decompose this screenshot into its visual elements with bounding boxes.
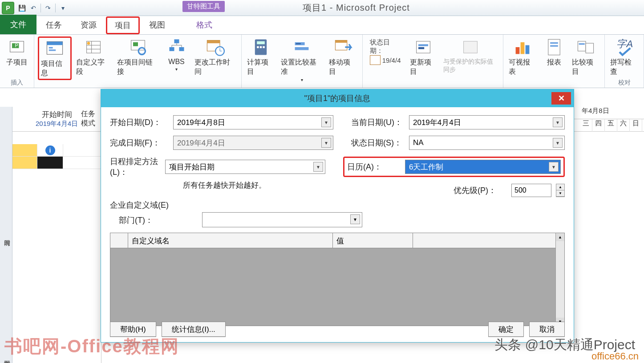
- update-project-icon: [413, 37, 433, 57]
- vertical-tab-timeline[interactable]: 时间表: [0, 107, 12, 363]
- chevron-down-icon[interactable]: ▼: [553, 117, 563, 127]
- status-date-value: NA: [413, 138, 424, 147]
- spin-up-icon[interactable]: ▲: [556, 184, 564, 190]
- wbs-button[interactable]: WBS▾: [163, 36, 190, 73]
- finish-date-combo: 2019年4月4日 ▼: [173, 136, 333, 150]
- change-worktime-label: 更改工作时间: [194, 58, 236, 77]
- chevron-down-icon[interactable]: ▼: [553, 138, 563, 148]
- move-project-label: 移动项目: [329, 58, 357, 77]
- schedule-from-label: 日程排定方法(L)：: [110, 156, 161, 177]
- sync-protected-button[interactable]: 与受保护的实际值同步: [441, 36, 499, 75]
- priority-input[interactable]: [511, 184, 551, 197]
- update-project-label: 更新项目: [410, 58, 437, 77]
- calendar-value: 6天工作制: [409, 162, 443, 172]
- project-info-label: 项目信息: [41, 59, 69, 78]
- tab-file[interactable]: 文件: [0, 15, 36, 34]
- link-projects-label: 在项目间链接: [117, 58, 158, 77]
- visual-reports-button[interactable]: 可视报表: [507, 36, 538, 77]
- svg-rect-43: [525, 45, 529, 54]
- info-icon: i: [45, 145, 55, 155]
- cancel-button[interactable]: 取消: [529, 322, 565, 337]
- custom-fields-label: 自定义字段: [76, 58, 111, 77]
- svg-point-11: [87, 42, 90, 45]
- set-baseline-button[interactable]: 设置比较基准▾: [279, 36, 324, 83]
- ok-button[interactable]: 确定: [488, 322, 524, 337]
- chevron-down-icon[interactable]: ▼: [313, 162, 323, 172]
- scroll-up-icon[interactable]: ▲: [556, 233, 564, 241]
- update-project-button[interactable]: 更新项目: [408, 36, 439, 77]
- tab-format[interactable]: 格式: [187, 16, 222, 34]
- svg-rect-36: [335, 40, 347, 43]
- start-date-combo[interactable]: 2019年4月8日 ▼: [173, 115, 333, 129]
- save-icon[interactable]: 💾: [16, 2, 28, 14]
- status-date-combo[interactable]: NA ▼: [409, 136, 565, 150]
- calc-project-button[interactable]: 计算项目: [245, 36, 277, 77]
- group-properties: 项目信息 自定义字段 在项目间链接 WBS▾ 更改工作时间: [34, 35, 242, 88]
- start-date-value: 2019年4月8日: [177, 117, 225, 128]
- calendar-label: 日历(A)：: [347, 161, 401, 172]
- calendar-icon[interactable]: [370, 55, 381, 65]
- report-icon: [544, 37, 564, 57]
- table-row[interactable]: i: [12, 144, 101, 157]
- status-date-label: 状态日期：: [370, 38, 402, 55]
- qat-customize-icon[interactable]: ▾: [57, 2, 69, 14]
- statistics-button[interactable]: 统计信息(I)...: [162, 322, 226, 337]
- titlebar: P 💾 ↶ ↷ ▾ 甘特图工具 项目1 - Microsoft Project: [0, 0, 644, 16]
- group-proofing: 字A 拼写检查 校对: [605, 35, 644, 88]
- move-project-button[interactable]: 移动项目: [327, 36, 359, 77]
- ribbon-tabs: 文件 任务 资源 项目 视图 格式: [0, 16, 644, 35]
- schedule-note: 所有任务越快开始越好。: [183, 180, 266, 193]
- change-worktime-button[interactable]: 更改工作时间: [193, 36, 238, 77]
- compare-projects-button[interactable]: 比较项目: [570, 36, 601, 77]
- svg-rect-31: [263, 46, 265, 48]
- priority-spinner[interactable]: ▲▼: [556, 184, 565, 197]
- help-button[interactable]: 帮助(H): [110, 322, 156, 337]
- department-label: 部门(T)：: [119, 215, 153, 226]
- group-status: 状态日期： 19/4/4 更新项目 与受保护的实际值同步: [363, 35, 503, 88]
- dialog-close-button[interactable]: ✕: [551, 92, 571, 105]
- reports-label: 报表: [547, 58, 561, 67]
- svg-rect-45: [550, 42, 558, 44]
- task-mode-column-header[interactable]: 任务模式: [78, 108, 101, 130]
- department-combo[interactable]: ▼: [202, 212, 362, 227]
- window-title: 项目1 - Microsoft Project: [69, 2, 644, 14]
- svg-rect-4: [47, 42, 63, 45]
- subproject-button[interactable]: P 子项目: [4, 36, 30, 68]
- tab-resource[interactable]: 资源: [71, 16, 106, 34]
- tab-task[interactable]: 任务: [36, 16, 71, 34]
- calendar-combo[interactable]: 6天工作制 ▼: [405, 160, 561, 174]
- chevron-down-icon[interactable]: ▼: [321, 117, 331, 127]
- chevron-down-icon[interactable]: ▼: [549, 162, 559, 172]
- status-date-value[interactable]: 19/4/4: [382, 56, 401, 64]
- svg-rect-30: [260, 46, 262, 48]
- grid-col-name[interactable]: 自定义域名: [128, 233, 333, 248]
- custom-fields-button[interactable]: 自定义字段: [74, 36, 113, 77]
- svg-rect-44: [548, 39, 559, 55]
- wbs-icon: [167, 37, 186, 57]
- spin-down-icon[interactable]: ▼: [556, 190, 564, 197]
- project-info-button[interactable]: 项目信息: [38, 36, 72, 80]
- tab-view[interactable]: 视图: [140, 16, 174, 34]
- current-date-combo[interactable]: 2019年4月4日 ▼: [409, 115, 565, 129]
- grid-scrollbar[interactable]: ▲ ▼: [555, 233, 564, 326]
- day-cell: 日: [630, 119, 642, 132]
- spelling-button[interactable]: 字A 拼写检查: [608, 36, 640, 77]
- dialog-title: "项目1"的项目信息: [304, 93, 371, 104]
- grid-col-value[interactable]: 值: [333, 233, 413, 248]
- chevron-down-icon[interactable]: ▼: [350, 214, 360, 224]
- schedule-from-combo[interactable]: 项目开始日期 ▼: [165, 160, 325, 174]
- tab-project[interactable]: 项目: [106, 16, 140, 34]
- contextual-tab-label: 甘特图工具: [182, 1, 225, 12]
- table-row[interactable]: [12, 157, 101, 169]
- compare-icon: [576, 37, 595, 57]
- schedule-from-value: 项目开始日期: [169, 162, 215, 172]
- reports-button[interactable]: 报表: [541, 36, 567, 68]
- vertical-tab-gantt[interactable]: 甘特图: [0, 353, 12, 359]
- link-projects-button[interactable]: 在项目间链接: [115, 36, 160, 77]
- chevron-down-icon: ▼: [321, 138, 331, 148]
- custom-fields-grid[interactable]: 自定义域名 值 ▲ ▼: [110, 233, 565, 326]
- redo-icon[interactable]: ↷: [42, 2, 54, 14]
- undo-icon[interactable]: ↶: [28, 2, 39, 14]
- sheet-rows: i: [12, 144, 101, 169]
- day-cell: 六: [617, 119, 630, 132]
